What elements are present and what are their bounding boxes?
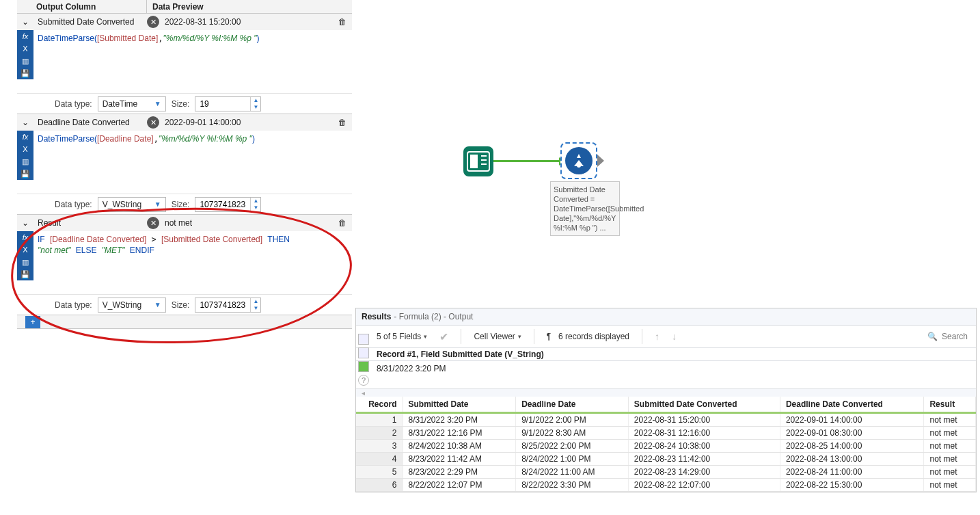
cell[interactable]: 8/31/2022 3:20 PM	[403, 413, 516, 427]
output-column-name[interactable]: Deadline Date Converted	[33, 118, 143, 127]
cell[interactable]: 9/1/2022 8:30 AM	[516, 427, 629, 440]
search-box[interactable]: 🔍Search	[927, 332, 968, 341]
save-button[interactable]: 💾	[17, 268, 33, 280]
table-row[interactable]: 18/31/2022 3:20 PM9/1/2022 2:00 PM2022-0…	[356, 413, 976, 427]
cell[interactable]: 8/24/2022 1:00 PM	[516, 453, 629, 466]
cell[interactable]: 8/24/2022 11:00 AM	[516, 466, 629, 479]
delete-block-icon[interactable]: 🗑	[338, 118, 352, 127]
cell[interactable]: 8/23/2022 11:42 AM	[403, 453, 516, 466]
data-type-dropdown[interactable]: V_WString▼	[98, 298, 166, 313]
col-header[interactable]: Deadline Date	[516, 397, 629, 413]
clear-column-icon[interactable]: ✕	[147, 217, 159, 229]
cell[interactable]: 6	[356, 479, 403, 492]
layout-icon[interactable]	[358, 334, 369, 345]
cell[interactable]: not met	[924, 440, 976, 453]
fx-button[interactable]: fx	[17, 30, 33, 42]
cell[interactable]: 3	[356, 440, 403, 453]
cell[interactable]: not met	[924, 413, 976, 427]
table-row[interactable]: 68/22/2022 12:07 PM8/22/2022 3:30 PM2022…	[356, 479, 976, 492]
cell[interactable]: 2	[356, 427, 403, 440]
size-up-icon[interactable]: ▲	[251, 97, 260, 104]
size-down-icon[interactable]: ▼	[251, 305, 260, 312]
cell[interactable]: 2022-08-23 14:29:00	[628, 466, 780, 479]
formula-tool[interactable]	[560, 142, 597, 179]
size-up-icon[interactable]: ▲	[251, 198, 260, 204]
delete-block-icon[interactable]: 🗑	[338, 218, 352, 228]
cell[interactable]: not met	[924, 427, 976, 440]
data-type-dropdown[interactable]: DateTime▼	[98, 96, 166, 111]
text-input-tool[interactable]	[463, 146, 493, 176]
help-icon[interactable]: ?	[358, 375, 369, 386]
col-header[interactable]: Record	[356, 397, 403, 413]
size-down-icon[interactable]: ▼	[251, 204, 260, 211]
cell[interactable]: not met	[924, 453, 976, 466]
save-button[interactable]: 💾	[17, 168, 33, 180]
var-button[interactable]: X	[17, 143, 33, 155]
data-type-dropdown[interactable]: V_WString▼	[98, 197, 166, 212]
cell-viewer-dropdown[interactable]: Cell Viewer ▾	[474, 332, 521, 341]
output-column-name[interactable]: Result	[33, 218, 143, 228]
cell[interactable]: 8/25/2022 2:00 PM	[516, 440, 629, 453]
size-input[interactable]: ▲▼	[195, 197, 261, 212]
clear-column-icon[interactable]: ✕	[147, 16, 159, 28]
cell[interactable]: 8/31/2022 12:16 PM	[403, 427, 516, 440]
cell[interactable]: 2022-08-23 11:42:00	[628, 453, 780, 466]
var-button[interactable]: X	[17, 243, 33, 256]
cell[interactable]: 8/24/2022 10:38 AM	[403, 440, 516, 453]
results-table[interactable]: RecordSubmitted DateDeadline DateSubmitt…	[356, 397, 976, 492]
cell[interactable]: 2022-08-31 15:20:00	[628, 413, 780, 427]
add-expression-button[interactable]: +	[25, 316, 40, 328]
prev-record-button[interactable]: ↑	[655, 331, 659, 342]
collapse-chevron-icon[interactable]: ⌄	[17, 218, 33, 228]
expression-editor[interactable]: DateTimeParse([Submitted Date],"%m/%d/%Y…	[33, 30, 352, 93]
cell[interactable]: 9/1/2022 2:00 PM	[516, 413, 629, 427]
cell[interactable]: 2022-08-22 12:07:00	[628, 479, 780, 492]
folder-button[interactable]: ▥	[17, 256, 33, 268]
cell[interactable]: 1	[356, 413, 403, 427]
save-button[interactable]: 💾	[17, 67, 33, 79]
cell[interactable]: 8/22/2022 3:30 PM	[516, 479, 629, 492]
cell[interactable]: 2022-08-22 15:30:00	[780, 479, 924, 492]
fields-selector[interactable]: 5 of 5 Fields ▾	[377, 332, 427, 341]
col-header[interactable]: Submitted Date Converted	[628, 397, 780, 413]
expression-editor[interactable]: DateTimeParse([Deadline Date],"%m/%d/%Y …	[33, 131, 352, 194]
cell[interactable]: 2022-08-25 14:00:00	[780, 440, 924, 453]
cell[interactable]: not met	[924, 479, 976, 492]
cell[interactable]: 4	[356, 453, 403, 466]
fx-button[interactable]: fx	[17, 231, 33, 243]
size-up-icon[interactable]: ▲	[251, 298, 260, 305]
cell[interactable]: 2022-08-24 10:38:00	[628, 440, 780, 453]
var-button[interactable]: X	[17, 42, 33, 55]
cell[interactable]: 2022-08-31 12:16:00	[628, 427, 780, 440]
messages-icon[interactable]	[358, 347, 369, 358]
table-row[interactable]: 28/31/2022 12:16 PM9/1/2022 8:30 AM2022-…	[356, 427, 976, 440]
folder-button[interactable]: ▥	[17, 155, 33, 168]
cell[interactable]: 8/23/2022 2:29 PM	[403, 466, 516, 479]
cell[interactable]: 5	[356, 466, 403, 479]
cell[interactable]: 2022-08-24 11:00:00	[780, 466, 924, 479]
clear-column-icon[interactable]: ✕	[147, 116, 159, 129]
table-row[interactable]: 48/23/2022 11:42 AM8/24/2022 1:00 PM2022…	[356, 453, 976, 466]
formula-output-anchor[interactable]	[597, 155, 604, 167]
delete-block-icon[interactable]: 🗑	[338, 17, 352, 27]
apply-check-icon[interactable]: ✔	[439, 330, 448, 343]
fx-button[interactable]: fx	[17, 131, 33, 143]
workflow-canvas[interactable]: Submitted Date Converted = DateTimeParse…	[355, 0, 980, 308]
col-header[interactable]: Deadline Date Converted	[780, 397, 924, 413]
folder-button[interactable]: ▥	[17, 55, 33, 67]
size-input[interactable]: ▲▼	[195, 298, 261, 313]
table-row[interactable]: 38/24/2022 10:38 AM8/25/2022 2:00 PM2022…	[356, 440, 976, 453]
cell[interactable]: 2022-08-24 13:00:00	[780, 453, 924, 466]
connection-wire[interactable]	[493, 160, 560, 162]
size-down-icon[interactable]: ▼	[251, 104, 260, 111]
cell[interactable]: not met	[924, 466, 976, 479]
data-icon[interactable]	[358, 361, 369, 372]
cell[interactable]: 8/22/2022 12:07 PM	[403, 479, 516, 492]
size-input[interactable]: ▲▼	[195, 96, 261, 111]
cell[interactable]: 2022-09-01 08:30:00	[780, 427, 924, 440]
next-record-button[interactable]: ↓	[672, 331, 677, 342]
collapse-chevron-icon[interactable]: ⌄	[17, 17, 33, 27]
cell[interactable]: 2022-09-01 14:00:00	[780, 413, 924, 427]
output-column-name[interactable]: Submitted Date Converted	[33, 17, 143, 27]
collapse-chevron-icon[interactable]: ⌄	[17, 118, 33, 127]
